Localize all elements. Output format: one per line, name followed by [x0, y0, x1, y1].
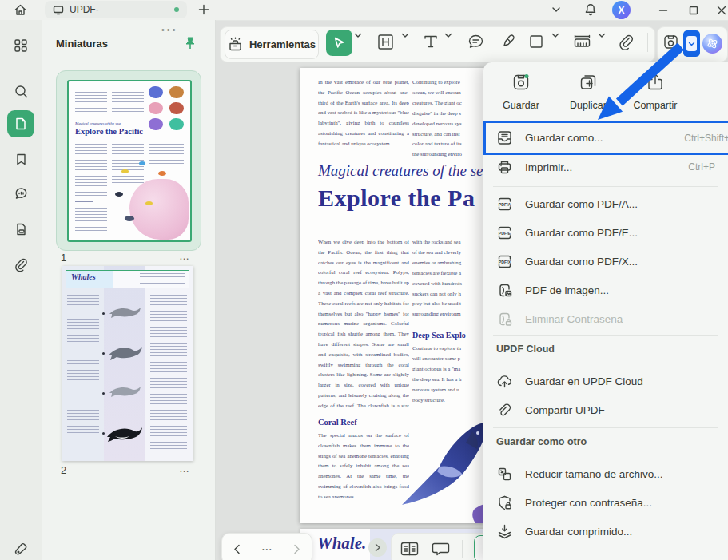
thumbnail-2-more[interactable]: …	[179, 463, 190, 475]
measure-tool-chevron[interactable]	[598, 33, 606, 38]
new-tab-button[interactable]	[197, 3, 210, 16]
menu-item-compartir-updf[interactable]: Compartir UPDF	[487, 396, 725, 423]
svg-text:PDF/X: PDF/X	[499, 259, 511, 264]
document-tab[interactable]: UPDF-	[45, 1, 187, 18]
expand-button[interactable]	[368, 538, 387, 557]
menu-item-label: Guardar como...	[525, 132, 603, 144]
whale-illustration	[105, 343, 144, 363]
menu-item-guardar-cloud[interactable]: Guardar en UPDF Cloud	[487, 367, 725, 395]
menu-item-label: Guardar en UPDF Cloud	[525, 375, 643, 387]
thumbnail-2[interactable]: Whales	[62, 266, 193, 461]
pin-icon[interactable]	[184, 36, 197, 50]
select-tool-button[interactable]	[326, 30, 352, 56]
palette-icon[interactable]	[7, 535, 34, 560]
select-tool-chevron[interactable]	[354, 33, 362, 38]
paperclip-icon	[617, 33, 635, 50]
comments-icon[interactable]	[7, 180, 34, 207]
menu-item-label: PDF de imagen...	[525, 284, 609, 296]
ai-assistant-button[interactable]	[702, 34, 722, 54]
save-button[interactable]	[662, 33, 680, 51]
prev-page-button[interactable]	[233, 544, 241, 554]
tools-button[interactable]: Herramientas	[225, 30, 319, 59]
menu-item-pdfe[interactable]: PDF/E Guardar como PDF/E...	[487, 219, 725, 246]
shape-tool-button[interactable]	[527, 33, 545, 50]
menu-divider	[493, 427, 718, 428]
fish-illustration	[158, 171, 166, 176]
thumbnails-panel: ••• Miniaturas Magical creatures of the …	[42, 20, 216, 560]
page-organize-icon[interactable]	[7, 216, 34, 243]
save-options-button[interactable]	[683, 30, 700, 57]
menu-item-pdfx[interactable]: PDF/X Guardar como PDF/X...	[487, 248, 725, 275]
thumbnail-1-number: 1	[61, 252, 66, 264]
menu-item-guardar-como[interactable]: Guardar como... Ctrl+Shift+S	[483, 121, 728, 155]
duplicate-icon	[578, 72, 599, 93]
menu-quick-compartir[interactable]: Compartir	[621, 72, 690, 111]
panel-drag-handle[interactable]: •••	[161, 25, 178, 34]
user-avatar[interactable]: X	[612, 1, 631, 19]
page1-title: Explore the Pa	[318, 185, 475, 212]
pdfx-icon: PDF/X	[496, 253, 513, 270]
measure-tool-button[interactable]	[572, 33, 592, 50]
reading-mode-button[interactable]	[400, 541, 420, 558]
coral-illustration	[149, 86, 163, 98]
menu-item-guardar-comprimido[interactable]: Guardar comprimido...	[487, 518, 725, 545]
pink-coral-illustration	[129, 179, 189, 240]
titlebar-chevron[interactable]	[551, 6, 561, 13]
text-tool-chevron[interactable]	[444, 33, 452, 38]
comment-tool-button[interactable]	[467, 33, 485, 51]
thumbnail-1[interactable]: Magical creatures of the sea. Explore th…	[56, 70, 201, 251]
attachment-icon[interactable]	[7, 251, 34, 278]
toolbar-separator	[368, 33, 368, 52]
shape-tool-chevron[interactable]	[551, 33, 559, 38]
home-icon[interactable]	[14, 3, 27, 17]
menu-item-proteger-contrasena[interactable]: Proteger con contraseña...	[487, 489, 725, 516]
search-icon[interactable]	[7, 77, 34, 105]
next-page-button[interactable]	[293, 544, 300, 554]
coral-illustration	[149, 102, 163, 114]
menu-divider	[493, 335, 718, 336]
page1-intro-left: In the vast embrace of our blue planet, …	[318, 77, 409, 153]
menu-item-imprimir[interactable]: Imprimir... Ctrl+P	[487, 153, 725, 181]
menu-item-label: Guardar como PDF/E...	[525, 227, 638, 239]
square-icon	[527, 33, 545, 50]
menu-item-label: Reducir tamaño de archivo...	[525, 468, 663, 480]
thumbnails-panel-icon[interactable]	[7, 110, 34, 137]
thumbnail-page-1: Magical creatures of the sea. Explore th…	[67, 80, 192, 242]
minimize-button[interactable]	[658, 6, 668, 15]
edit-tool-chevron[interactable]	[401, 33, 409, 38]
pdfa-icon: PDF/A	[496, 196, 513, 212]
menu-item-label: Compartir UPDF	[525, 404, 605, 416]
tools-label: Herramientas	[249, 38, 316, 50]
attach-tool-button[interactable]	[617, 33, 635, 50]
menu-item-eliminar-contrasena: Eliminar Contraseña	[487, 305, 725, 332]
bell-icon[interactable]	[583, 2, 598, 17]
menu-item-pdf-imagen[interactable]: PDF de imagen...	[487, 276, 725, 304]
thumbnail-1-more[interactable]: …	[179, 250, 190, 262]
comment-bubble-button[interactable]	[431, 541, 451, 558]
highlight-tool-button[interactable]	[499, 33, 517, 51]
thumb-text-lines	[67, 360, 99, 383]
menu-quick-duplicar[interactable]: Duplicar	[554, 72, 623, 111]
maximize-button[interactable]	[689, 6, 698, 15]
menu-item-reducir-tamano[interactable]: Reducir tamaño de archivo...	[487, 460, 725, 487]
fish-illustration	[125, 216, 134, 221]
orca-illustration	[104, 423, 144, 445]
thumb1-title: Explore the Pacific	[75, 127, 143, 136]
image-pdf-icon	[496, 282, 513, 299]
menu-item-pdfa[interactable]: PDF/A Guardar como PDF/A...	[487, 190, 725, 217]
more-pages-button[interactable]: ⋯	[261, 542, 273, 555]
menu-quick-guardar[interactable]: Guardar	[487, 72, 555, 111]
bookmark-icon[interactable]	[7, 145, 34, 173]
apps-grid-icon[interactable]	[7, 32, 34, 59]
thumb2-title-box: Whales	[66, 270, 189, 288]
text-tool-button[interactable]	[422, 33, 440, 50]
menu-section-guardar-otro: Guardar como otro	[496, 436, 587, 447]
pen-icon	[499, 33, 517, 51]
menu-item-label: Guardar como PDF/A...	[525, 198, 638, 210]
edit-tool-button[interactable]	[376, 33, 395, 51]
thumb-text-lines	[112, 89, 144, 113]
close-button[interactable]	[717, 6, 726, 15]
whale-illustration	[107, 304, 144, 322]
thumb-text-lines	[149, 144, 184, 166]
thumb-text-lines	[75, 89, 107, 113]
